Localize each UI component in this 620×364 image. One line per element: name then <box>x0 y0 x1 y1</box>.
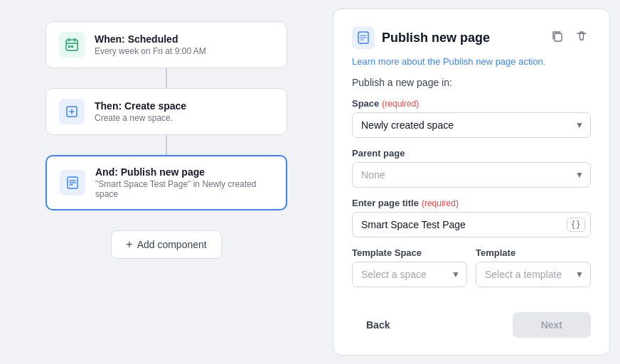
page-title-required: (required) <box>422 198 459 208</box>
learn-link[interactable]: Learn more about the Publish new page ac… <box>352 56 591 67</box>
page-title-input[interactable] <box>352 212 591 237</box>
and-step-subtitle: "Smart Space Test Page" in Newly created… <box>95 179 273 199</box>
and-step-text: And: Publish new page "Smart Space Test … <box>95 166 273 199</box>
variable-insert-button[interactable]: {} <box>567 218 585 232</box>
then-step[interactable]: Then: Create space Create a new space. <box>46 88 287 135</box>
and-step[interactable]: And: Publish new page "Smart Space Test … <box>46 155 287 210</box>
panel-actions <box>548 27 591 49</box>
page-title-field-group: Enter page title (required) {} <box>352 198 591 237</box>
panel-footer: Back Next <box>352 301 591 338</box>
template-row: Template Space Select a space ▼ Template… <box>352 247 591 287</box>
panel-title-icon <box>352 26 375 49</box>
right-panel: Publish new page Learn more about the Pu… <box>333 9 610 355</box>
template-select[interactable]: Select a template <box>476 262 591 287</box>
panel-header-left: Publish new page <box>352 26 490 49</box>
publish-label: Publish a new page in: <box>352 77 591 88</box>
next-button[interactable]: Next <box>513 312 591 338</box>
when-step-title: When: Scheduled <box>95 33 206 45</box>
template-space-select-wrapper: Select a space ▼ <box>352 262 467 287</box>
space-field-group: Space (required) Newly created space ▼ <box>352 98 591 138</box>
then-step-icon <box>59 99 85 124</box>
svg-rect-5 <box>71 46 73 48</box>
then-step-title: Then: Create space <box>95 100 186 112</box>
when-step-text: When: Scheduled Every week on Fri at 9:0… <box>95 33 206 56</box>
page-title-label: Enter page title (required) <box>352 198 591 208</box>
svg-rect-15 <box>555 33 562 41</box>
delete-button[interactable] <box>572 27 591 49</box>
space-field-label: Space (required) <box>352 98 591 109</box>
connector-2 <box>166 135 167 155</box>
space-select-wrapper: Newly created space ▼ <box>352 112 591 138</box>
svg-rect-4 <box>68 46 70 48</box>
then-step-subtitle: Create a new space. <box>95 113 186 123</box>
template-space-select[interactable]: Select a space <box>352 262 467 287</box>
parent-page-field-group: Parent page None ▼ <box>352 148 591 188</box>
space-required: (required) <box>382 99 419 109</box>
panel-header: Publish new page <box>352 26 591 49</box>
when-step-icon <box>59 32 85 58</box>
and-step-title: And: Publish new page <box>95 166 273 178</box>
page-title-input-wrapper: {} <box>352 212 591 237</box>
panel-title: Publish new page <box>382 31 490 46</box>
parent-page-select[interactable]: None <box>352 162 591 188</box>
template-field-group: Template Select a template ▼ <box>476 247 591 287</box>
parent-page-select-wrapper: None ▼ <box>352 162 591 188</box>
template-space-label: Template Space <box>352 247 467 258</box>
add-component-label: Add component <box>137 239 207 250</box>
svg-rect-0 <box>66 40 78 50</box>
workflow-panel: When: Scheduled Every week on Fri at 9:0… <box>0 0 333 364</box>
when-step[interactable]: When: Scheduled Every week on Fri at 9:0… <box>46 21 287 68</box>
plus-icon: + <box>126 238 132 251</box>
parent-page-label: Parent page <box>352 148 591 159</box>
template-select-wrapper: Select a template ▼ <box>476 262 591 287</box>
then-step-text: Then: Create space Create a new space. <box>95 100 186 123</box>
and-step-icon <box>60 170 85 196</box>
when-step-subtitle: Every week on Fri at 9:00 AM <box>95 46 206 56</box>
back-button[interactable]: Back <box>352 312 404 338</box>
space-select[interactable]: Newly created space <box>352 112 591 138</box>
template-label: Template <box>476 247 591 258</box>
add-component-button[interactable]: + Add component <box>111 230 221 259</box>
copy-button[interactable] <box>548 27 567 49</box>
connector-1 <box>166 68 167 88</box>
template-space-field-group: Template Space Select a space ▼ <box>352 247 467 287</box>
